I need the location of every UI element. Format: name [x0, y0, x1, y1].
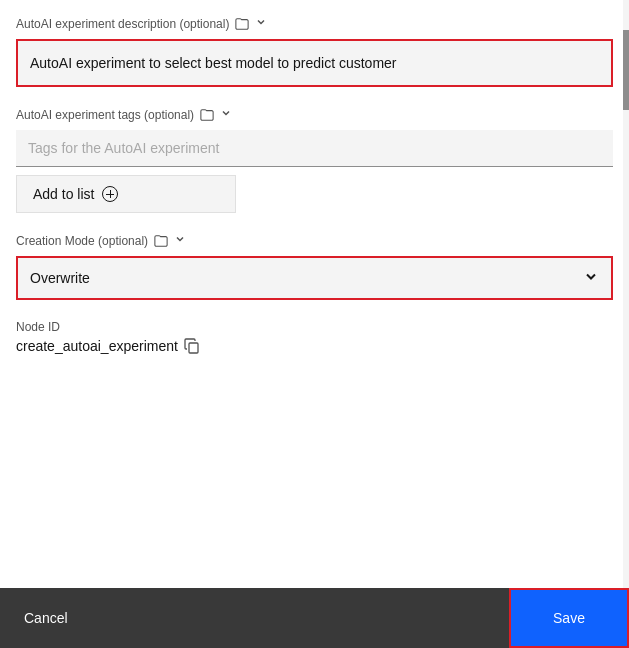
add-to-list-label: Add to list — [33, 186, 94, 202]
description-field-group: AutoAI experiment description (optional)… — [16, 16, 613, 87]
copy-icon[interactable] — [184, 338, 200, 354]
main-content: AutoAI experiment description (optional)… — [0, 0, 629, 588]
creation-mode-select[interactable]: Overwrite Create new Replace — [18, 258, 611, 298]
scrollbar-thumb[interactable] — [623, 30, 629, 110]
description-chevron-icon — [255, 16, 267, 31]
scrollbar-track — [623, 0, 629, 648]
creation-mode-chevron-icon — [174, 233, 186, 248]
save-button[interactable]: Save — [509, 588, 629, 648]
cancel-label: Cancel — [24, 610, 68, 626]
description-display[interactable]: AutoAI experiment to select best model t… — [16, 39, 613, 87]
cancel-button[interactable]: Cancel — [0, 588, 509, 648]
footer: Cancel Save — [0, 588, 629, 648]
tags-chevron-icon — [220, 107, 232, 122]
description-label-text: AutoAI experiment description (optional) — [16, 17, 229, 31]
description-folder-icon — [235, 17, 249, 31]
creation-mode-field-group: Creation Mode (optional) Overwrite Creat… — [16, 233, 613, 300]
description-label: AutoAI experiment description (optional) — [16, 16, 613, 31]
save-label: Save — [553, 610, 585, 626]
creation-mode-label: Creation Mode (optional) — [16, 233, 613, 248]
description-value: AutoAI experiment to select best model t… — [30, 55, 397, 71]
add-to-list-plus-icon — [102, 186, 118, 202]
node-id-value-row: create_autoai_experiment — [16, 338, 613, 354]
creation-mode-select-wrapper[interactable]: Overwrite Create new Replace — [16, 256, 613, 300]
node-id-section: Node ID create_autoai_experiment — [16, 320, 613, 354]
tags-placeholder: Tags for the AutoAI experiment — [28, 140, 219, 156]
tags-input-wrapper[interactable]: Tags for the AutoAI experiment — [16, 130, 613, 167]
creation-mode-label-text: Creation Mode (optional) — [16, 234, 148, 248]
svg-rect-0 — [189, 343, 198, 353]
tags-field-group: AutoAI experiment tags (optional) Tags f… — [16, 107, 613, 213]
node-id-label: Node ID — [16, 320, 613, 334]
tags-label-text: AutoAI experiment tags (optional) — [16, 108, 194, 122]
node-id-text: create_autoai_experiment — [16, 338, 178, 354]
add-to-list-button[interactable]: Add to list — [16, 175, 236, 213]
tags-label: AutoAI experiment tags (optional) — [16, 107, 613, 122]
creation-mode-folder-icon — [154, 234, 168, 248]
tags-folder-icon — [200, 108, 214, 122]
